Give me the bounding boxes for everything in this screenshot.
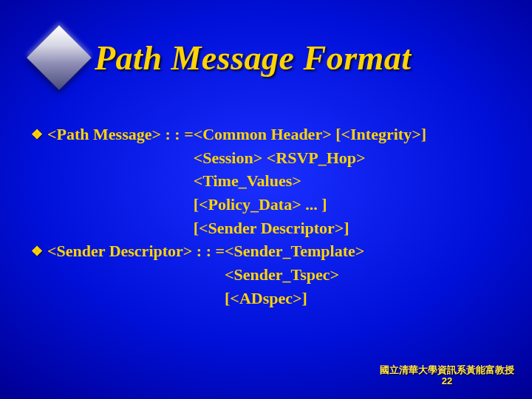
grammar-rhs-line: <Common Header> [<Integrity>]	[194, 123, 426, 146]
footer-credit: 國立清華大學資訊系黃能富教授	[380, 364, 514, 376]
diamond-icon	[27, 25, 92, 90]
grammar-rhs-line: [<ADspec>]	[225, 287, 364, 310]
grammar-rhs-line: <Sender_Template>	[225, 239, 364, 263]
grammar-rhs-line: <Time_Values>	[194, 169, 426, 193]
bullet-item: ❖ <Sender Descriptor> : : = <Sender_Temp…	[31, 239, 510, 310]
grammar-rhs-line: <Session> <RSVP_Hop>	[194, 146, 426, 170]
grammar-rhs-line: <Sender_Tspec>	[225, 263, 364, 287]
slide-content: ❖ <Path Message> : : = <Common Header> […	[31, 123, 510, 310]
grammar-lhs: <Path Message> : : =	[47, 123, 194, 146]
bullet-item: ❖ <Path Message> : : = <Common Header> […	[31, 123, 510, 239]
grammar-rhs-line: [<Policy_Data> ... ]	[194, 193, 426, 216]
grammar-rhs-line: [<Sender Descriptor>]	[194, 216, 426, 240]
grammar-rhs: <Common Header> [<Integrity>] <Session> …	[194, 123, 426, 239]
bullet-icon: ❖	[31, 123, 47, 146]
bullet-icon: ❖	[31, 239, 47, 263]
title-row: Path Message Format	[27, 25, 412, 90]
slide-title: Path Message Format	[95, 38, 412, 78]
slide-number: 22	[380, 375, 514, 387]
grammar-rhs: <Sender_Template> <Sender_Tspec> [<ADspe…	[225, 239, 364, 310]
grammar-lhs: <Sender Descriptor> : : =	[47, 239, 225, 263]
slide-footer: 國立清華大學資訊系黃能富教授 22	[380, 364, 514, 387]
